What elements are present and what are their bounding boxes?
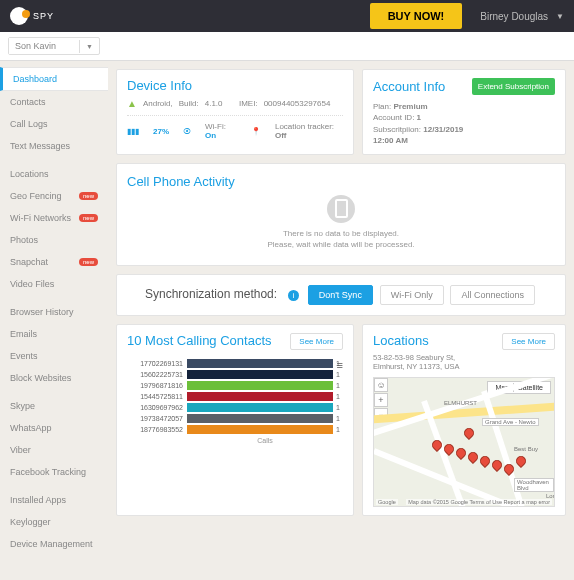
device-os: Android, <box>143 99 173 108</box>
chart-bar-row: 163096979621 <box>127 403 343 412</box>
bar-label: 18776983552 <box>127 426 187 433</box>
info-icon[interactable]: i <box>288 290 299 301</box>
chart-menu-icon[interactable]: ≡ <box>337 359 343 371</box>
bar-value: 1 <box>333 371 343 378</box>
map[interactable]: ☺ + − Map Satellite EL <box>373 377 555 507</box>
sidebar-item-label: WhatsApp <box>10 423 52 433</box>
sidebar-item-contacts[interactable]: Contacts <box>0 91 108 113</box>
sync-label: Synchronization method: <box>145 287 277 301</box>
calls-title: 10 Most Calling Contacts <box>127 333 272 348</box>
new-badge: new <box>79 192 98 200</box>
sidebar-item-label: Viber <box>10 445 31 455</box>
sidebar-item-device-management[interactable]: Device Management <box>0 533 108 555</box>
bar <box>187 359 333 368</box>
device-info-title: Device Info <box>127 78 343 93</box>
sidebar-item-label: Device Management <box>10 539 93 549</box>
map-label: Grand Ave - Newto <box>482 418 539 426</box>
sidebar-item-text-messages[interactable]: Text Messages <box>0 135 108 157</box>
brand-text: SPY <box>33 11 54 21</box>
chart-bar-row: 154457258111 <box>127 392 343 401</box>
location-address-2: Elmhurst, NY 11373, USA <box>373 362 460 371</box>
bar-label: 17702269131 <box>127 360 187 367</box>
locations-title: Locations <box>373 333 460 348</box>
sync-all-button[interactable]: All Connections <box>450 285 535 305</box>
sidebar-item-dashboard[interactable]: Dashboard <box>0 67 108 91</box>
sidebar-item-wi-fi-networks[interactable]: Wi-Fi Networksnew <box>0 207 108 229</box>
bar <box>187 425 333 434</box>
bar-value: 1 <box>333 415 343 422</box>
user-menu-caret-icon[interactable]: ▼ <box>556 12 564 21</box>
sidebar-item-label: Browser History <box>10 307 74 317</box>
sidebar-item-label: Locations <box>10 169 49 179</box>
build-label: Build: <box>179 99 199 108</box>
chart-bar-row: 177022691311 <box>127 359 343 368</box>
calls-chart: ≡ 17702269131115602225731119796871816115… <box>127 359 343 444</box>
bar-label: 19796871816 <box>127 382 187 389</box>
sidebar-item-block-websites[interactable]: Block Websites <box>0 367 108 389</box>
sidebar-item-snapchat[interactable]: Snapchatnew <box>0 251 108 273</box>
account-info-card: Account Info Plan: Premium Account ID: 1… <box>362 69 566 155</box>
profile-bar: ▼ <box>0 32 574 61</box>
calls-card: 10 Most Calling Contacts See More ≡ 1770… <box>116 324 354 516</box>
location-address-1: 53-82-53-98 Seabury St, <box>373 353 460 362</box>
sidebar-item-browser-history[interactable]: Browser History <box>0 301 108 323</box>
sidebar-item-skype[interactable]: Skype <box>0 395 108 417</box>
bar-value: 1 <box>333 382 343 389</box>
bar-value: 1 <box>333 404 343 411</box>
chart-x-label: Calls <box>127 437 343 444</box>
chart-bar-row: 156022257311 <box>127 370 343 379</box>
sidebar-item-events[interactable]: Events <box>0 345 108 367</box>
profile-dropdown[interactable]: ▼ <box>8 37 100 55</box>
sidebar-item-label: Call Logs <box>10 119 48 129</box>
sidebar-item-installed-apps[interactable]: Installed Apps <box>0 489 108 511</box>
activity-title: Cell Phone Activity <box>127 174 555 189</box>
sidebar-item-viber[interactable]: Viber <box>0 439 108 461</box>
user-name[interactable]: Birney Douglas <box>480 11 548 22</box>
sidebar-item-call-logs[interactable]: Call Logs <box>0 113 108 135</box>
chevron-down-icon[interactable]: ▼ <box>79 40 99 53</box>
sidebar-item-label: Wi-Fi Networks <box>10 213 71 223</box>
imei-label: IMEI: <box>239 99 258 108</box>
sidebar-item-label: Events <box>10 351 38 361</box>
new-badge: new <box>79 258 98 266</box>
wifi-label: Wi-Fi: <box>205 122 226 131</box>
sync-wifi-button[interactable]: Wi-Fi Only <box>380 285 444 305</box>
bar-label: 15602225731 <box>127 371 187 378</box>
sidebar-item-facebook-tracking[interactable]: Facebook Tracking <box>0 461 108 483</box>
map-google-logo: Google <box>376 499 398 505</box>
sidebar-item-label: Photos <box>10 235 38 245</box>
sidebar-item-emails[interactable]: Emails <box>0 323 108 345</box>
calls-see-more-button[interactable]: See More <box>290 333 343 350</box>
profile-input[interactable] <box>9 38 79 54</box>
sidebar-item-geo-fencing[interactable]: Geo Fencingnew <box>0 185 108 207</box>
brand-logo: SPY <box>10 7 54 25</box>
sidebar-item-whatsapp[interactable]: WhatsApp <box>0 417 108 439</box>
sidebar-item-video-files[interactable]: Video Files <box>0 273 108 295</box>
sidebar-item-photos[interactable]: Photos <box>0 229 108 251</box>
bar <box>187 414 333 423</box>
sidebar-item-label: Skype <box>10 401 35 411</box>
bar <box>187 381 333 390</box>
chart-bar-row: 197384720571 <box>127 414 343 423</box>
subscription-label: Subscritpiion: <box>373 125 421 134</box>
sidebar-item-label: Facebook Tracking <box>10 467 86 477</box>
sidebar-item-label: Emails <box>10 329 37 339</box>
loc-tracker-value: Off <box>275 131 287 140</box>
sidebar-item-locations[interactable]: Locations <box>0 163 108 185</box>
sidebar-item-keylogger[interactable]: Keylogger <box>0 511 108 533</box>
activity-card: Cell Phone Activity There is no data to … <box>116 163 566 266</box>
map-label: ELMHURST <box>444 400 477 406</box>
bar-value: 1 <box>333 393 343 400</box>
buy-now-button[interactable]: BUY NOW! <box>370 3 463 29</box>
extend-subscription-button[interactable]: Extend Subscription <box>472 78 555 95</box>
locations-see-more-button[interactable]: See More <box>502 333 555 350</box>
map-label: Woodhaven Blvd <box>514 478 554 492</box>
location-pin-icon: 📍 <box>251 127 261 136</box>
account-id-label: Account ID: <box>373 113 414 122</box>
map-attribution: Map data ©2015 Google Terms of Use Repor… <box>406 499 552 505</box>
activity-empty-1: There is no data to be displayed. <box>129 229 553 238</box>
bar <box>187 370 333 379</box>
sync-dont-button[interactable]: Don't Sync <box>308 285 373 305</box>
bar-label: 19738472057 <box>127 415 187 422</box>
plan-value: Premium <box>393 102 427 111</box>
